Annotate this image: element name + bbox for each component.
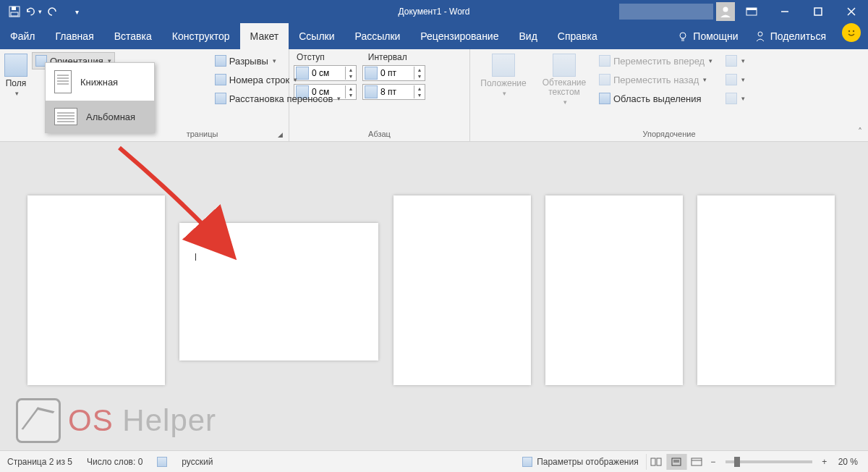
- tab-home[interactable]: Главная: [45, 23, 103, 49]
- svg-point-15: [853, 30, 854, 32]
- tab-view[interactable]: Вид: [509, 23, 547, 49]
- send-backward-icon: [599, 74, 610, 85]
- view-read-mode-icon[interactable]: [646, 454, 666, 470]
- tab-mailings[interactable]: Рассылки: [345, 23, 411, 49]
- watermark-helper: Helper: [122, 403, 216, 437]
- close-button[interactable]: [835, 0, 868, 23]
- portrait-label: Книжная: [80, 77, 118, 88]
- tell-me-label: Помощни: [693, 30, 738, 42]
- page-setup-launcher-icon[interactable]: ◢: [278, 131, 283, 138]
- spin-up[interactable]: ▲: [346, 85, 356, 92]
- landscape-label: Альбомная: [86, 111, 135, 122]
- svg-point-14: [848, 30, 850, 32]
- group-paragraph-caption: Абзац: [294, 130, 465, 140]
- tab-design[interactable]: Конструктор: [162, 23, 240, 49]
- zoom-in-button[interactable]: +: [818, 457, 831, 467]
- spacing-before-input[interactable]: [379, 68, 414, 78]
- spin-up[interactable]: ▲: [414, 85, 425, 92]
- wrap-text-button[interactable]: Обтекание текстом ▾: [535, 52, 593, 130]
- zoom-slider[interactable]: [726, 460, 812, 463]
- group-page-setup: Поля ▾ Ориентация▾ Разрывы▾ Номера строк…: [0, 49, 289, 141]
- maximize-button[interactable]: [801, 0, 835, 23]
- line-numbers-label: Номера строк: [229, 75, 289, 85]
- tab-layout[interactable]: Макет: [240, 23, 289, 49]
- tab-insert[interactable]: Вставка: [104, 23, 162, 49]
- document-canvas[interactable]: OS Helper: [0, 142, 868, 450]
- qat-customize-icon[interactable]: ▾: [68, 3, 85, 20]
- bring-forward-icon: [599, 55, 610, 67]
- hyphenation-button[interactable]: Расстановка переносов▾: [212, 90, 344, 107]
- page-2[interactable]: [179, 223, 378, 361]
- zoom-level[interactable]: 20 %: [831, 457, 868, 467]
- page-4[interactable]: [545, 195, 683, 385]
- tab-file[interactable]: Файл: [0, 23, 45, 49]
- tab-help[interactable]: Справка: [548, 23, 608, 49]
- send-backward-label: Переместить назад: [613, 75, 699, 85]
- status-language[interactable]: русский: [174, 457, 220, 467]
- svg-rect-2: [11, 12, 18, 16]
- selection-pane-button[interactable]: Область выделения: [596, 90, 715, 107]
- svg-point-3: [723, 7, 728, 12]
- group-objects-button[interactable]: ▾: [723, 71, 748, 88]
- breaks-button[interactable]: Разрывы▾: [212, 52, 344, 69]
- ribbon-display-options-icon[interactable]: [735, 0, 768, 23]
- margins-button[interactable]: Поля ▾: [4, 52, 27, 130]
- bring-forward-button[interactable]: Переместить вперед▾: [596, 52, 715, 69]
- spin-down[interactable]: ▼: [414, 73, 425, 80]
- line-numbers-icon: [215, 74, 226, 85]
- align-icon: [726, 55, 737, 67]
- selection-pane-icon: [599, 93, 610, 104]
- user-avatar-icon[interactable]: [716, 2, 735, 21]
- position-icon: [492, 54, 515, 77]
- user-name-placeholder[interactable]: [619, 4, 713, 20]
- line-numbers-button[interactable]: Номера строк▾: [212, 71, 344, 88]
- save-icon[interactable]: [6, 3, 23, 20]
- zoom-out-button[interactable]: −: [707, 457, 720, 467]
- orientation-landscape-item[interactable]: Альбомная: [46, 101, 154, 132]
- landscape-page-icon: [54, 108, 77, 125]
- minimize-button[interactable]: [768, 0, 801, 23]
- portrait-page-icon: [54, 70, 72, 93]
- page-5[interactable]: [697, 195, 835, 385]
- position-button[interactable]: Положение ▾: [475, 52, 532, 130]
- watermark-cursor-icon: [16, 398, 61, 443]
- collapse-ribbon-icon[interactable]: ˄: [858, 127, 862, 137]
- svg-rect-17: [657, 458, 661, 465]
- spin-down[interactable]: ▼: [346, 92, 356, 98]
- feedback-smiley-icon[interactable]: [842, 23, 861, 42]
- tell-me-search[interactable]: Помощни: [670, 23, 745, 49]
- spin-up[interactable]: ▲: [414, 67, 425, 73]
- share-button[interactable]: Поделиться: [746, 23, 835, 49]
- zoom-slider-thumb[interactable]: [734, 457, 740, 467]
- undo-icon[interactable]: ▾: [25, 3, 42, 20]
- spin-down[interactable]: ▼: [414, 92, 425, 98]
- tab-references[interactable]: Ссылки: [289, 23, 344, 49]
- breaks-label: Разрывы: [229, 56, 268, 67]
- redo-icon[interactable]: [43, 3, 61, 20]
- spacing-after-input[interactable]: [379, 87, 414, 97]
- tab-review[interactable]: Рецензирование: [410, 23, 509, 49]
- hyphenation-icon: [215, 93, 226, 104]
- view-web-layout-icon[interactable]: [686, 454, 707, 470]
- status-bar: Страница 2 из 5 Число слов: 0 русский Па…: [0, 450, 868, 472]
- rotate-button[interactable]: ▾: [723, 90, 748, 107]
- status-page[interactable]: Страница 2 из 5: [0, 457, 80, 467]
- page-3[interactable]: [393, 195, 531, 385]
- spacing-after-spinner[interactable]: ▲▼: [362, 84, 425, 100]
- wrap-text-label: Обтекание текстом: [535, 78, 593, 97]
- spacing-header: Интервал: [368, 52, 407, 62]
- spacing-before-spinner[interactable]: ▲▼: [362, 65, 425, 81]
- share-icon: [754, 30, 766, 42]
- spin-down[interactable]: ▼: [346, 73, 356, 80]
- view-print-layout-icon[interactable]: [666, 454, 686, 470]
- status-display-settings[interactable]: Параметры отображения: [515, 457, 646, 467]
- orientation-portrait-item[interactable]: Книжная: [46, 63, 154, 101]
- status-word-count[interactable]: Число слов: 0: [80, 457, 150, 467]
- align-button[interactable]: ▾: [723, 52, 748, 69]
- status-proofing-icon[interactable]: [150, 457, 174, 467]
- page-1[interactable]: [27, 195, 165, 385]
- send-backward-button[interactable]: Переместить назад▾: [596, 71, 715, 88]
- spin-up[interactable]: ▲: [346, 67, 356, 73]
- margins-icon: [4, 54, 27, 77]
- position-label: Положение: [480, 78, 526, 88]
